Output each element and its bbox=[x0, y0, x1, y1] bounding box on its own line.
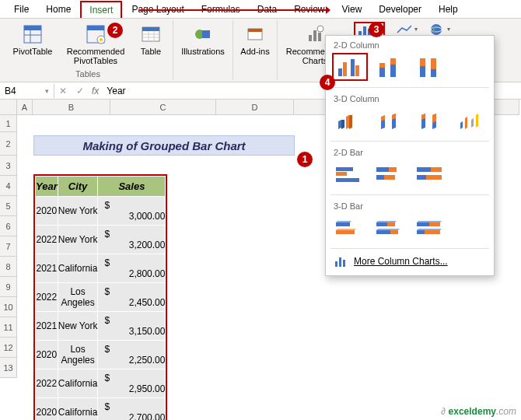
stacked-column-option[interactable] bbox=[372, 53, 408, 81]
more-column-charts-label: More Column Charts... bbox=[354, 256, 448, 267]
row-header[interactable]: 9 bbox=[0, 277, 17, 297]
table-header: Sales bbox=[98, 177, 166, 197]
section-2d-bar: 2-D Bar bbox=[326, 143, 494, 159]
addins-button[interactable]: Add-ins bbox=[238, 22, 272, 58]
step-badge-2: 2 bbox=[107, 23, 123, 38]
step-badge-3: 3 bbox=[369, 22, 384, 37]
clustered-column-option[interactable] bbox=[332, 53, 368, 81]
formula-cancel-icon: ✕ bbox=[54, 86, 72, 96]
row-header[interactable]: 2 bbox=[0, 132, 17, 156]
svg-rect-71 bbox=[343, 260, 345, 267]
svg-rect-61 bbox=[376, 222, 387, 226]
column-header[interactable]: C bbox=[110, 100, 216, 115]
table-icon bbox=[140, 23, 162, 45]
table-row[interactable]: 2020Los Angeles$2,250.00 bbox=[36, 341, 166, 369]
ribbon-group-addins: Add-ins bbox=[233, 20, 278, 80]
svg-rect-17 bbox=[248, 29, 262, 32]
chart-type-dropdown: 2-D Column 3-D Column 2-D Bar 3-D Bar Mo… bbox=[325, 35, 495, 276]
data-table[interactable]: YearCitySales2020New York$3,000.002022Ne… bbox=[33, 174, 167, 420]
row-header[interactable]: 3 bbox=[0, 156, 17, 176]
column-header[interactable]: B bbox=[33, 100, 110, 115]
svg-rect-68 bbox=[425, 230, 440, 234]
svg-rect-64 bbox=[390, 230, 398, 234]
menu-tab-view[interactable]: View bbox=[334, 2, 370, 17]
svg-rect-9 bbox=[142, 27, 159, 31]
ribbon-group-illustrations: Illustrations bbox=[173, 20, 233, 80]
menu-tab-file[interactable]: File bbox=[6, 2, 37, 17]
fx-icon[interactable]: fx bbox=[89, 86, 102, 96]
row-header[interactable]: 4 bbox=[0, 176, 17, 196]
column-header[interactable]: D bbox=[216, 100, 294, 115]
svg-rect-49 bbox=[336, 172, 347, 176]
svg-rect-39 bbox=[355, 65, 359, 76]
section-3d-column: 3-D Column bbox=[326, 89, 494, 105]
100-stacked-bar-option[interactable] bbox=[413, 160, 449, 188]
section-3d-bar: 3-D Bar bbox=[326, 197, 494, 212]
3d-stacked-column-option[interactable] bbox=[372, 107, 408, 135]
name-box[interactable]: B4 ▾ bbox=[0, 84, 54, 98]
svg-rect-48 bbox=[336, 167, 353, 171]
table-row[interactable]: 2020California$2,700.00 bbox=[36, 398, 166, 421]
stacked-bar-option[interactable] bbox=[372, 160, 408, 188]
illustrations-label: Illustrations bbox=[181, 47, 225, 56]
row-header[interactable]: 7 bbox=[0, 236, 17, 257]
clustered-bar-option[interactable] bbox=[332, 160, 368, 188]
svg-rect-5 bbox=[87, 26, 104, 30]
row-header[interactable]: 10 bbox=[0, 297, 17, 317]
3d-100-stacked-column-option[interactable] bbox=[413, 107, 449, 135]
more-column-charts[interactable]: More Column Charts... bbox=[326, 250, 494, 272]
row-header[interactable]: 1 bbox=[0, 115, 17, 132]
table-row[interactable]: 2022California$2,950.00 bbox=[36, 369, 166, 398]
3d-100-stacked-bar-option[interactable] bbox=[413, 214, 449, 242]
table-label: Table bbox=[141, 47, 161, 56]
addins-icon bbox=[244, 23, 266, 45]
svg-rect-40 bbox=[379, 68, 385, 77]
table-button[interactable]: Table bbox=[134, 22, 168, 58]
table-row[interactable]: 2021New York$3,150.00 bbox=[36, 312, 166, 341]
pivottable-button[interactable]: PivotTable bbox=[8, 22, 58, 58]
menu-tab-home[interactable]: Home bbox=[38, 2, 79, 17]
svg-rect-60 bbox=[336, 230, 355, 234]
svg-point-21 bbox=[317, 26, 323, 32]
name-box-caret-icon: ▾ bbox=[45, 87, 49, 95]
table-row[interactable]: 2020New York$3,000.00 bbox=[36, 197, 166, 226]
row-header[interactable]: 12 bbox=[0, 338, 17, 358]
name-box-value: B4 bbox=[5, 86, 16, 96]
formula-enter-icon: ✓ bbox=[72, 86, 89, 96]
illustrations-icon bbox=[192, 23, 214, 45]
3d-column-option[interactable] bbox=[453, 107, 489, 135]
addins-label: Add-ins bbox=[240, 47, 269, 56]
row-header[interactable]: 5 bbox=[0, 196, 17, 216]
svg-rect-51 bbox=[376, 167, 389, 172]
3d-stacked-bar-option[interactable] bbox=[372, 214, 408, 242]
3d-clustered-bar-option[interactable] bbox=[332, 214, 368, 242]
illustrations-button[interactable]: Illustrations bbox=[178, 22, 228, 58]
table-header: Year bbox=[36, 177, 58, 197]
svg-rect-20 bbox=[318, 33, 321, 41]
row-headers: 12345678910111213 bbox=[0, 115, 17, 378]
table-row[interactable]: 2022Los Angeles$2,450.00 bbox=[36, 283, 166, 312]
svg-rect-42 bbox=[390, 65, 396, 77]
annotation-arrow bbox=[138, 9, 330, 11]
svg-rect-41 bbox=[379, 63, 385, 68]
step-badge-4: 4 bbox=[320, 75, 335, 90]
svg-rect-56 bbox=[431, 167, 442, 172]
100-stacked-column-option[interactable] bbox=[413, 53, 449, 81]
column-header[interactable]: A bbox=[17, 100, 33, 115]
menu-tab-developer[interactable]: Developer bbox=[371, 2, 429, 17]
row-header[interactable]: 11 bbox=[0, 317, 17, 338]
menu-tab-help[interactable]: Help bbox=[431, 2, 466, 17]
3d-clustered-column-option[interactable] bbox=[332, 107, 368, 135]
svg-rect-69 bbox=[335, 261, 337, 267]
select-all-cell[interactable] bbox=[0, 100, 17, 115]
table-row[interactable]: 2022New York$3,200.00 bbox=[36, 226, 166, 254]
svg-rect-18 bbox=[309, 35, 312, 41]
globe-icon bbox=[428, 23, 446, 36]
svg-rect-58 bbox=[426, 175, 442, 180]
table-row[interactable]: 2021California$2,800.00 bbox=[36, 254, 166, 283]
row-header[interactable]: 13 bbox=[0, 358, 17, 378]
row-header[interactable]: 8 bbox=[0, 257, 17, 277]
menu-tab-insert[interactable]: Insert bbox=[80, 1, 122, 18]
row-header[interactable]: 6 bbox=[0, 216, 17, 236]
svg-rect-47 bbox=[431, 58, 436, 69]
